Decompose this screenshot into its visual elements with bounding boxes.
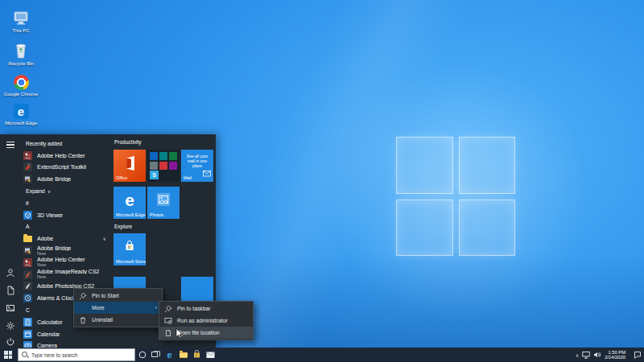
- pictures-button[interactable]: [6, 304, 15, 314]
- edge-taskbar-button[interactable]: e: [163, 348, 176, 362]
- mini-tile-powerpoint-icon: [159, 162, 167, 170]
- menu-item-uninstall[interactable]: Uninstall: [74, 314, 162, 326]
- office-icon: [122, 154, 137, 175]
- tile-microsoft-edge[interactable]: e Microsoft Edge: [114, 187, 146, 219]
- app-item-adobe-help-center[interactable]: Adobe Help Center: [21, 150, 111, 162]
- action-center-icon[interactable]: [634, 351, 642, 359]
- windows-logo: [396, 137, 515, 256]
- app-item-3d-viewer[interactable]: 3D Viewer: [21, 209, 111, 221]
- app-label: Adobe Bridge: [37, 176, 71, 182]
- menu-item-more[interactable]: More ›: [74, 302, 162, 314]
- mini-tile-word-icon: [150, 152, 158, 160]
- chrome-icon: [2, 72, 39, 90]
- adobe-help-center-icon: [23, 151, 32, 160]
- alarms-clock-icon: [23, 294, 32, 302]
- taskbar-clock[interactable]: 1:50 PM 2/14/2020: [605, 350, 625, 360]
- app-label-group: Adobe ImageReady CS2New: [37, 269, 99, 280]
- store-taskbar-button[interactable]: [190, 348, 204, 362]
- app-label: Calendar: [37, 331, 60, 337]
- app-label: Adobe Help Center: [37, 257, 85, 262]
- context-submenu: Pin to taskbar Run as administrator Open…: [159, 301, 254, 340]
- pin-icon: [164, 305, 172, 313]
- network-icon[interactable]: [582, 351, 590, 359]
- envelope-icon: [206, 348, 215, 362]
- file-explorer-button[interactable]: [176, 348, 190, 362]
- volume-icon[interactable]: [593, 351, 601, 359]
- start-menu-rail: [0, 134, 21, 348]
- app-item-adobe-folder[interactable]: Adobe ∨: [21, 232, 111, 245]
- tile-office[interactable]: Office: [114, 150, 146, 182]
- tile-photos[interactable]: Photos: [147, 187, 180, 219]
- menu-item-pin-to-start[interactable]: Pin to Start: [74, 290, 162, 302]
- user-account-button[interactable]: [6, 269, 15, 278]
- desktop-icon-label: Recycle Bin: [2, 61, 39, 67]
- hidden-icons-chevron[interactable]: ∧: [576, 352, 579, 358]
- new-badge: New: [37, 251, 71, 257]
- tile-label: Photos: [150, 212, 163, 217]
- desktop-icon-this-pc[interactable]: This PC: [2, 9, 39, 34]
- app-label: 3D Viewer: [37, 212, 63, 218]
- new-badge: New: [37, 274, 99, 280]
- context-menu: Pin to Start More › Uninstall: [73, 288, 163, 327]
- app-item-adobe-help-center-a[interactable]: Adobe Help CenterNew: [21, 257, 111, 269]
- file-location-icon: [164, 329, 172, 337]
- mini-tile-onenote-icon: [169, 162, 177, 170]
- desktop-icon-google-chrome[interactable]: Google Chrome: [2, 72, 39, 97]
- tile-office-apps-folder[interactable]: S: [147, 150, 180, 182]
- app-item-adobe-bridge[interactable]: Adobe BridgeNew: [21, 245, 111, 257]
- app-label: Alarms & Clock: [37, 295, 76, 301]
- mouse-cursor: [175, 328, 184, 343]
- menu-item-open-file-location[interactable]: Open file location: [159, 327, 253, 339]
- store-icon: [124, 241, 135, 255]
- menu-item-pin-to-taskbar[interactable]: Pin to taskbar: [159, 302, 253, 315]
- windows-logo-pane: [459, 200, 516, 257]
- app-label: Adobe Help Center: [37, 153, 85, 158]
- photos-icon: [157, 193, 170, 206]
- settings-button[interactable]: [6, 322, 15, 331]
- mini-tile-excel-icon: [169, 152, 177, 160]
- edge-icon: e: [2, 101, 39, 119]
- expand-label: Expand: [23, 188, 45, 194]
- adobe-photoshop-icon: [23, 282, 32, 290]
- desktop-icon-recycle-bin[interactable]: Recycle Bin: [2, 42, 39, 67]
- adobe-help-center-icon: [23, 258, 32, 267]
- desktop-icon-label: Google Chrome: [2, 92, 39, 97]
- mail-taskbar-button[interactable]: [204, 348, 217, 362]
- taskbar-search[interactable]: [18, 348, 135, 361]
- section-hash: #: [21, 197, 111, 209]
- tile-microsoft-store[interactable]: Microsoft Store: [114, 233, 146, 265]
- app-item-calendar[interactable]: Calendar: [21, 328, 111, 340]
- mini-tile-onedrive-icon: [150, 162, 158, 170]
- menu-item-label: Run as administrator: [177, 318, 228, 323]
- app-item-adobe-imageready[interactable]: Adobe ImageReady CS2New: [21, 269, 111, 281]
- desktop-icon-microsoft-edge[interactable]: e Microsoft Edge: [2, 101, 39, 126]
- app-item-adobe-bridge-recent[interactable]: Adobe Bridge: [21, 173, 111, 185]
- task-view-button[interactable]: [149, 348, 163, 362]
- adobe-bridge-icon: [23, 246, 32, 255]
- windows-start-icon: [4, 351, 12, 359]
- app-label: Calculator: [37, 319, 63, 325]
- tile-mail[interactable]: See all your mail in one place Mail: [181, 150, 213, 182]
- envelope-icon: [203, 166, 211, 180]
- menu-hamburger-button[interactable]: [6, 140, 15, 150]
- extendscript-toolkit-icon: [23, 162, 32, 171]
- search-input[interactable]: [31, 350, 133, 360]
- chevron-down-icon: ∨: [47, 188, 51, 194]
- taskbar: e ∧ 1:50 PM 2/14/2020: [0, 348, 644, 362]
- user-icon: [6, 266, 15, 281]
- app-label: ExtendScript Toolkit: [37, 164, 86, 170]
- menu-item-label: More: [92, 305, 105, 311]
- task-view-icon: [151, 348, 160, 362]
- tile-label: Microsoft Store: [116, 259, 146, 264]
- menu-item-label: Pin to Start: [92, 293, 119, 298]
- cortana-button[interactable]: [135, 348, 149, 362]
- expand-button[interactable]: Expand ∨: [21, 185, 111, 197]
- power-button[interactable]: [6, 338, 15, 348]
- documents-button[interactable]: [6, 286, 15, 296]
- app-item-extendscript-toolkit[interactable]: ExtendScript Toolkit: [21, 162, 111, 174]
- calculator-icon: [23, 318, 32, 327]
- menu-item-run-as-administrator[interactable]: Run as administrator: [159, 315, 253, 327]
- start-button[interactable]: [0, 348, 16, 362]
- spacer-icon: [79, 304, 87, 312]
- tile-group-productivity-label: Productivity: [114, 139, 142, 145]
